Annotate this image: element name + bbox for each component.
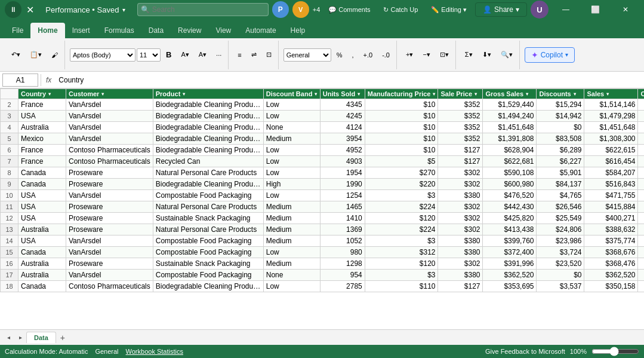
search-input[interactable] — [137, 3, 269, 16]
cell-sales[interactable]: $622,615 — [584, 145, 638, 156]
table-row[interactable]: 7 France Contoso Pharmaceuticals Recycle… — [1, 156, 645, 167]
cell-country[interactable]: Canada — [19, 281, 66, 292]
add-sheet-button[interactable]: + — [56, 331, 69, 344]
cell-units[interactable]: 980 — [320, 247, 365, 258]
cell-cogs[interactable]: $ — [638, 133, 644, 145]
cell-discount[interactable]: None — [263, 122, 320, 133]
cell-mfg-price[interactable]: $224 — [365, 201, 438, 213]
cell-sale-price[interactable]: $352 — [438, 99, 483, 111]
cell-sale-price[interactable]: $127 — [438, 156, 483, 167]
sum-button[interactable]: Σ▾ — [461, 48, 477, 61]
cell-discount[interactable]: Medium — [263, 133, 320, 145]
bold-button[interactable]: B — [162, 48, 175, 62]
cell-customer[interactable]: Proseware — [66, 179, 153, 190]
clipboard-button[interactable]: 📋▾ — [26, 48, 46, 61]
cell-product[interactable]: Biodegradable Cleaning Products — [153, 179, 263, 190]
cell-mfg-price[interactable]: $270 — [365, 167, 438, 179]
font-size-select[interactable]: 11 — [137, 48, 161, 62]
cell-sales[interactable]: $400,271 — [584, 213, 638, 224]
cell-customer[interactable]: Contoso Pharmaceuticals — [66, 156, 153, 167]
col-header-i[interactable]: Discounts▾ — [537, 89, 584, 99]
cell-discounts[interactable]: $83,508 — [537, 133, 584, 145]
cell-country[interactable]: France — [19, 145, 66, 156]
cell-cogs[interactable]: $ — [638, 270, 644, 281]
filter-arrow-b[interactable]: ▾ — [101, 91, 104, 97]
table-row[interactable]: 11 USA Proseware Natural Personal Care P… — [1, 201, 645, 213]
cell-country[interactable]: Australia — [19, 270, 66, 281]
cell-mfg-price[interactable]: $10 — [365, 122, 438, 133]
col-header-h[interactable]: Gross Sales▾ — [483, 89, 537, 99]
cell-gross-sales[interactable]: $399,760 — [483, 235, 537, 247]
wrap-text-button[interactable]: ⇌ — [247, 48, 261, 61]
cell-gross-sales[interactable]: $413,438 — [483, 224, 537, 235]
fill-color-button[interactable]: A▾ — [177, 48, 193, 61]
cell-discounts[interactable]: $14,942 — [537, 111, 584, 122]
cell-discounts[interactable]: $6,227 — [537, 156, 584, 167]
filter-arrow-g[interactable]: ▾ — [474, 91, 477, 97]
col-header-g[interactable]: Sale Price▾ — [438, 89, 483, 99]
cell-customer[interactable]: Proseware — [66, 224, 153, 235]
cell-sales[interactable]: $1,308,300 — [584, 133, 638, 145]
cell-gross-sales[interactable]: $1,391,808 — [483, 133, 537, 145]
cell-customer[interactable]: Contoso Pharmaceuticals — [66, 281, 153, 292]
cell-product[interactable]: Sustainable Snack Packaging — [153, 213, 263, 224]
cell-units[interactable]: 1990 — [320, 179, 365, 190]
table-row[interactable]: 9 Canada Proseware Biodegradable Cleanin… — [1, 179, 645, 190]
table-row[interactable]: 8 Canada Proseware Natural Personal Care… — [1, 167, 645, 179]
title-arrow[interactable]: ▾ — [122, 7, 125, 13]
increase-decimal-button[interactable]: +.0 — [359, 49, 377, 61]
cell-sale-price[interactable]: $302 — [438, 258, 483, 270]
cell-discount[interactable]: None — [263, 270, 320, 281]
cell-customer[interactable]: VanArsdel — [66, 99, 153, 111]
cell-discount[interactable]: High — [263, 179, 320, 190]
cell-sale-price[interactable]: $352 — [438, 111, 483, 122]
cell-country[interactable]: Mexico — [19, 133, 66, 145]
format-cells-button[interactable]: ⊡▾ — [436, 48, 453, 61]
cell-sale-price[interactable]: $352 — [438, 133, 483, 145]
cell-units[interactable]: 1954 — [320, 167, 365, 179]
cell-sale-price[interactable]: $127 — [438, 145, 483, 156]
col-header-b[interactable]: Customer▾ — [66, 89, 153, 99]
cell-discounts[interactable]: $0 — [537, 122, 584, 133]
table-row[interactable]: 4 Australia VanArsdel Biodegradable Clea… — [1, 122, 645, 133]
table-row[interactable]: 14 USA VanArsdel Compostable Food Packag… — [1, 235, 645, 247]
cell-discount[interactable]: Medium — [263, 213, 320, 224]
cell-country[interactable]: Canada — [19, 167, 66, 179]
table-row[interactable]: 15 Canada VanArsdel Compostable Food Pac… — [1, 247, 645, 258]
cell-mfg-price[interactable]: $120 — [365, 213, 438, 224]
cell-discounts[interactable]: $84,137 — [537, 179, 584, 190]
pause-button[interactable]: ⏸ — [5, 1, 21, 18]
data-table-wrapper[interactable]: Country▾ Customer▾ Product▾ Discount Ban… — [0, 88, 644, 329]
more-font-button[interactable]: ··· — [212, 49, 226, 61]
cell-product[interactable]: Natural Personal Care Products — [153, 201, 263, 213]
cell-sales[interactable]: $375,774 — [584, 235, 638, 247]
cell-customer[interactable]: VanArsdel — [66, 111, 153, 122]
cell-units[interactable]: 4903 — [320, 156, 365, 167]
cell-customer[interactable]: VanArsdel — [66, 247, 153, 258]
formula-input[interactable]: Country — [56, 74, 642, 87]
cell-discount[interactable]: Low — [263, 156, 320, 167]
cell-mfg-price[interactable]: $10 — [365, 99, 438, 111]
cell-product[interactable]: Compostable Food Packaging — [153, 270, 263, 281]
cell-sale-price[interactable]: $302 — [438, 167, 483, 179]
cell-discount[interactable]: Low — [263, 281, 320, 292]
cell-sale-price[interactable]: $380 — [438, 270, 483, 281]
cell-mfg-price[interactable]: $312 — [365, 247, 438, 258]
user-avatar[interactable]: U — [531, 1, 549, 19]
cell-product[interactable]: Recycled Can — [153, 156, 263, 167]
close-button[interactable]: ✕ — [612, 1, 639, 18]
cell-product[interactable]: Biodegradable Cleaning Products — [153, 122, 263, 133]
cell-mfg-price[interactable]: $120 — [365, 258, 438, 270]
cell-sale-price[interactable]: $352 — [438, 122, 483, 133]
cell-gross-sales[interactable]: $362,520 — [483, 270, 537, 281]
comma-button[interactable]: , — [347, 49, 358, 61]
cell-discounts[interactable]: $6,289 — [537, 145, 584, 156]
cell-customer[interactable]: Contoso Pharmaceuticals — [66, 145, 153, 156]
cell-mfg-price[interactable]: $5 — [365, 156, 438, 167]
format-painter-button[interactable]: 🖌 — [47, 49, 62, 61]
cell-country[interactable]: USA — [19, 213, 66, 224]
filter-arrow-e[interactable]: ▾ — [358, 91, 360, 97]
tab-insert[interactable]: Insert — [65, 23, 97, 38]
tab-help[interactable]: Help — [284, 23, 313, 38]
cell-sales[interactable]: $368,676 — [584, 247, 638, 258]
